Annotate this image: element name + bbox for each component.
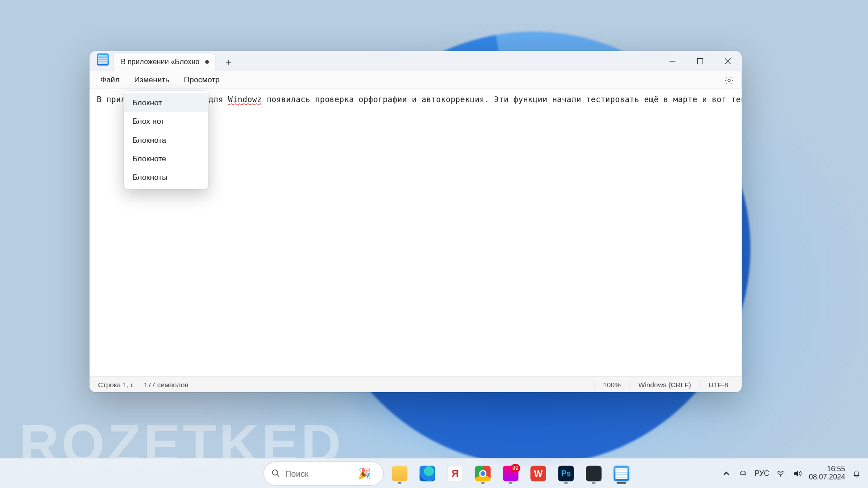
suggestion-item[interactable]: Блох нот: [124, 112, 208, 131]
taskbar-app[interactable]: [582, 461, 606, 485]
svg-point-4: [728, 80, 730, 82]
status-zoom[interactable]: 100%: [594, 381, 629, 388]
photoshop-icon: Ps: [558, 465, 574, 481]
taskbar-wps[interactable]: W: [526, 461, 550, 485]
menu-file[interactable]: Файл: [93, 73, 127, 87]
taskbar-center: Поиск 🎉 Я 99 W Ps: [235, 461, 634, 485]
suggestion-item[interactable]: Блокнота: [124, 131, 208, 149]
svg-point-7: [780, 475, 781, 476]
taskbar-file-explorer[interactable]: [387, 461, 411, 485]
edge-icon: [420, 465, 435, 481]
close-button[interactable]: [714, 51, 741, 71]
misspelled-word[interactable]: Windowz: [228, 95, 262, 104]
taskbar-telegram[interactable]: 99: [499, 461, 523, 485]
menu-view[interactable]: Просмотр: [177, 73, 227, 87]
svg-point-5: [273, 470, 278, 475]
notepad-icon: [613, 465, 629, 481]
search-placeholder: Поиск: [285, 469, 309, 478]
taskbar-photoshop[interactable]: Ps: [554, 461, 578, 485]
wifi-icon[interactable]: [775, 468, 786, 479]
window-controls: [659, 51, 742, 71]
app-icon: [586, 465, 602, 481]
menu-bar: Файл Изменить Просмотр: [90, 71, 742, 89]
status-encoding[interactable]: UTF-8: [699, 381, 741, 388]
start-icon: [239, 465, 255, 481]
taskbar-clock[interactable]: 16:55 08.07.2024: [809, 465, 845, 482]
notification-badge: 99: [510, 464, 520, 472]
taskbar-search[interactable]: Поиск 🎉: [264, 461, 384, 485]
modified-indicator-icon: [205, 60, 209, 64]
spellcheck-suggestions: Блокнот Блох нот Блокнота Блокноте Блокн…: [124, 91, 208, 189]
start-button[interactable]: [235, 461, 259, 485]
minimize-button[interactable]: [659, 51, 686, 71]
chrome-icon: [475, 465, 491, 481]
clock-time: 16:55: [809, 465, 845, 473]
wps-icon: W: [530, 465, 546, 481]
taskbar: Поиск 🎉 Я 99 W Ps РУС 16:55 08.07.2024: [0, 458, 868, 488]
system-tray: РУС 16:55 08.07.2024: [721, 465, 862, 482]
status-char-count: 177 символов: [144, 381, 189, 388]
gear-icon: [724, 76, 734, 85]
suggestion-item[interactable]: Блокнот: [124, 93, 208, 112]
language-indicator[interactable]: РУС: [755, 468, 769, 479]
taskbar-edge[interactable]: [415, 461, 439, 485]
svg-line-6: [277, 474, 279, 477]
svg-rect-1: [698, 58, 703, 64]
notepad-app-icon: [97, 53, 109, 66]
status-cursor-position: Строка 1, столбец 1: [98, 381, 133, 388]
taskbar-notepad[interactable]: [609, 461, 633, 485]
text-fragment: появилась проверка орфографии и автокорр…: [262, 95, 741, 104]
volume-icon[interactable]: [792, 468, 803, 479]
tray-overflow-button[interactable]: [721, 468, 732, 479]
file-explorer-icon: [392, 465, 408, 481]
status-line-ending[interactable]: Windows (CRLF): [629, 381, 699, 388]
menu-edit[interactable]: Изменить: [127, 73, 177, 87]
window-titlebar[interactable]: В приложении «Блохнот» для Wi ＋: [90, 51, 742, 71]
onedrive-icon[interactable]: [738, 468, 749, 479]
new-tab-button[interactable]: ＋: [220, 53, 238, 71]
maximize-button[interactable]: [686, 51, 714, 71]
suggestion-item[interactable]: Блокноты: [124, 168, 208, 187]
taskbar-chrome[interactable]: [471, 461, 495, 485]
suggestion-item[interactable]: Блокноте: [124, 149, 208, 168]
search-highlights-icon[interactable]: 🎉: [351, 465, 377, 482]
status-bar: Строка 1, столбец 1 177 символов 100% Wi…: [90, 376, 742, 392]
taskbar-yandex[interactable]: Я: [443, 461, 467, 485]
notifications-button[interactable]: [851, 468, 862, 479]
yandex-icon: Я: [447, 465, 463, 481]
settings-button[interactable]: [721, 73, 737, 89]
search-icon: [271, 469, 280, 478]
clock-date: 08.07.2024: [809, 473, 845, 481]
tab-title: В приложении «Блохнот» для Wi: [121, 58, 199, 66]
document-tab[interactable]: В приложении «Блохнот» для Wi: [113, 53, 215, 71]
